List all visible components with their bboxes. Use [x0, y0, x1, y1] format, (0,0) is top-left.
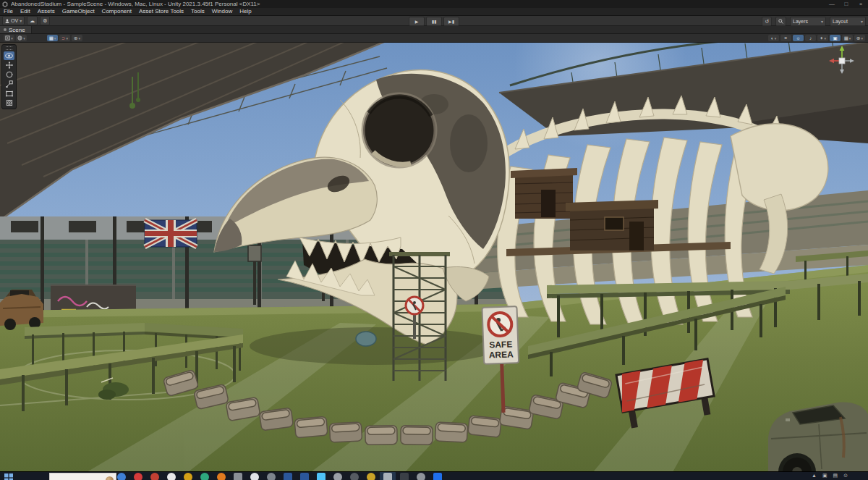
menu-component[interactable]: Component — [98, 8, 135, 15]
unity-editor-window: AbandonedStadium - SampleScene - Windows… — [0, 0, 868, 480]
taskbar-app-icon[interactable] — [400, 473, 409, 480]
gizmo-x-axis[interactable] — [829, 59, 834, 63]
shaded-sphere-icon: ◐ — [771, 35, 774, 41]
pivot-icon — [5, 35, 10, 41]
grid-icon: ▦ — [49, 35, 54, 41]
taskbar-app-icon[interactable] — [184, 473, 192, 480]
union-jack-flag[interactable] — [145, 220, 197, 247]
taskbar-app-icon[interactable] — [350, 473, 359, 480]
transform-tool-button[interactable] — [4, 98, 14, 107]
scene-viewport[interactable]: SAFE AREA — [0, 43, 868, 472]
safe-sign-line1: SAFE — [489, 339, 512, 350]
component-tools-dropdown[interactable]: ⊕ ▾ — [854, 35, 865, 41]
tray-icon[interactable]: ▣ — [822, 473, 827, 479]
tool-handle-position-dropdown[interactable]: ▾ — [4, 35, 14, 41]
history-icon: ↺ — [765, 19, 769, 25]
layers-label: Layers — [793, 19, 808, 24]
tray-icon[interactable]: ⊙ — [843, 473, 848, 479]
taskbar-app-icon[interactable] — [267, 473, 276, 480]
start-button[interactable] — [4, 473, 13, 480]
rect-icon — [6, 90, 13, 97]
taskbar-app-icon[interactable] — [117, 473, 126, 480]
taskbar-app-icon[interactable] — [367, 473, 375, 480]
rotate-tool-button[interactable] — [4, 70, 14, 79]
orientation-gizmo[interactable] — [826, 43, 858, 79]
taskbar-app-icon[interactable] — [217, 473, 226, 480]
tools-overlay — [1, 44, 17, 109]
gizmos-dropdown[interactable]: ▦ ▾ — [842, 35, 853, 41]
taskbar-app-icon[interactable] — [234, 473, 242, 480]
crosshair-icon: ⊕ — [74, 35, 77, 41]
layout-dropdown[interactable]: Layout ▾ — [830, 17, 866, 26]
taskbar-app-icon[interactable] — [284, 473, 292, 480]
snap-move-dropdown[interactable]: ⊕ ▾ — [72, 35, 82, 41]
play-button[interactable]: ▶ — [409, 17, 425, 26]
taskbar-search-input[interactable] — [49, 473, 116, 480]
search-icon — [778, 19, 783, 24]
tray-icon[interactable]: ▲ — [812, 473, 817, 479]
taskbar-app-icon[interactable] — [134, 473, 142, 480]
crosshair-icon: ⊕ — [856, 35, 860, 41]
snap-increment-dropdown[interactable]: ⊃ ▾ — [59, 35, 70, 41]
move-icon — [6, 62, 13, 69]
maximize-button[interactable]: □ — [839, 0, 854, 8]
menu-tools[interactable]: Tools — [187, 8, 208, 15]
step-button[interactable]: ▶▮ — [443, 17, 459, 26]
menu-window[interactable]: Window — [208, 8, 236, 15]
taskbar-app-icon[interactable] — [250, 473, 259, 480]
chevron-down-icon: ▾ — [849, 36, 851, 41]
scene-camera-toggle[interactable]: ▣ — [830, 35, 841, 41]
gizmo-z-axis[interactable] — [850, 59, 854, 63]
taskbar-app-icon[interactable] — [333, 473, 342, 480]
menu-edit[interactable]: Edit — [17, 8, 34, 15]
taskbar-app-icon[interactable] — [317, 473, 326, 480]
effects-dropdown[interactable]: ✦ ▾ — [817, 35, 828, 41]
scene-visibility-toggle[interactable]: ≡ — [780, 35, 791, 41]
view-tool-button[interactable] — [4, 51, 14, 60]
taskbar-app-icon[interactable] — [300, 473, 309, 480]
overlay-grip-handle[interactable] — [6, 46, 12, 50]
chevron-down-icon: ▾ — [11, 36, 13, 41]
tab-scene-label: Scene — [9, 27, 25, 33]
layers-dropdown[interactable]: Layers ▾ — [790, 17, 826, 26]
menu-asset-store-tools[interactable]: Asset Store Tools — [135, 8, 187, 15]
scale-tool-button[interactable] — [4, 80, 14, 88]
globe-icon — [17, 35, 22, 41]
teal-rock[interactable] — [356, 332, 376, 346]
tab-scene[interactable]: Scene — [0, 26, 32, 33]
chevron-down-icon: ▾ — [66, 36, 68, 41]
menu-help[interactable]: Help — [236, 8, 255, 15]
grid-snapping-toggle[interactable]: ▦ ▾ — [47, 35, 58, 41]
undo-history-button[interactable]: ↺ — [762, 17, 772, 26]
scene-audio-toggle[interactable]: ♪ — [805, 35, 816, 41]
main-toolbar: OV ▾ ☁ ⚙ ▶ ▮▮ ▶▮ ↺ Layers — [0, 16, 868, 26]
close-button[interactable]: × — [854, 0, 868, 8]
taskbar-app-icon-active[interactable] — [383, 473, 392, 480]
gizmo-cube[interactable] — [839, 58, 845, 64]
search-highlight-image[interactable] — [106, 476, 114, 480]
title-bar: AbandonedStadium - SampleScene - Windows… — [0, 0, 868, 8]
menu-assets[interactable]: Assets — [34, 8, 59, 15]
minimize-button[interactable]: — — [825, 0, 839, 8]
taskbar-app-icon[interactable] — [150, 473, 159, 480]
draw-mode-dropdown[interactable]: ◐ ▾ — [768, 35, 779, 41]
taskbar-app-icon[interactable] — [167, 473, 176, 480]
scene-lighting-toggle[interactable]: ☼ — [793, 35, 804, 41]
rect-tool-button[interactable] — [4, 89, 14, 98]
taskbar-app-icon[interactable] — [433, 473, 442, 480]
search-button[interactable] — [775, 17, 786, 26]
taskbar-app-icon[interactable] — [200, 473, 209, 480]
taskbar-app-icon[interactable] — [417, 473, 425, 480]
system-tray[interactable]: ▲ ▣ ▤ ⊙ — [812, 473, 848, 479]
window-title: AbandonedStadium - SampleScene - Windows… — [11, 1, 825, 7]
skull-shadow — [250, 327, 503, 365]
menu-gameobject[interactable]: GameObject — [59, 8, 98, 15]
rotate-icon — [6, 71, 13, 78]
tray-icon[interactable]: ▤ — [833, 473, 838, 479]
gizmo-y-axis[interactable] — [840, 46, 845, 51]
tab-icon — [4, 28, 7, 31]
pause-button[interactable]: ▮▮ — [426, 17, 442, 26]
move-tool-button[interactable] — [4, 61, 14, 70]
menu-file[interactable]: File — [0, 8, 17, 15]
tool-handle-rotation-dropdown[interactable]: ▾ — [16, 35, 27, 41]
